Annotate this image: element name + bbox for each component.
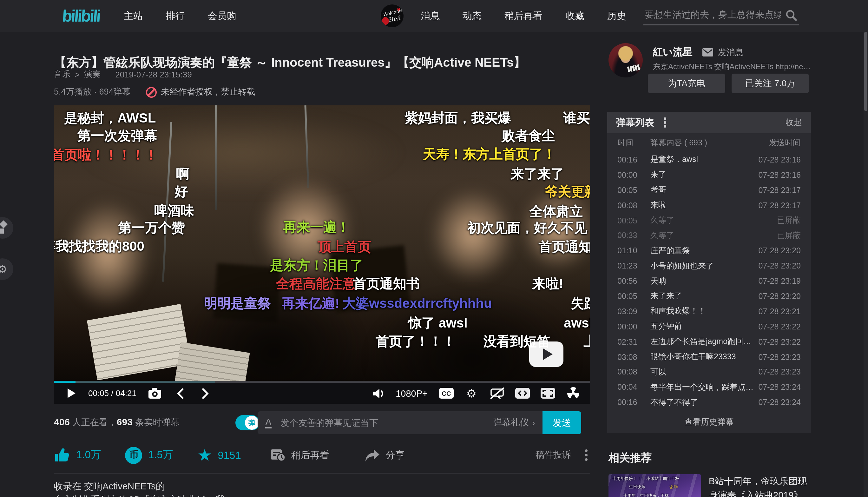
danmaku-time: 00:56 [617, 277, 650, 286]
danmaku-comment: 惊了 awsl [408, 316, 468, 329]
related-video-card[interactable]: 十周年快乐！！！ 小破站十周年干杯生日快乐谢罪十周年，生日快乐，干杯十周年快乐干… [608, 474, 811, 497]
related-video-title[interactable]: B站十周年，帝玖乐团现身演奏《入站曲2019》 [709, 474, 811, 497]
danmaku-comment: 败者食尘 [502, 129, 555, 142]
more-options-icon[interactable] [582, 447, 590, 463]
panel-menu-icon[interactable] [662, 116, 668, 129]
followed-button[interactable]: 已关注 7.0万 [732, 74, 809, 93]
danmaku-etiquette-link[interactable]: 弹幕礼仪› [493, 417, 535, 428]
nav-item[interactable]: 收藏 [565, 10, 584, 22]
snapshot-camera-icon[interactable] [147, 385, 163, 401]
bilibili-logo[interactable]: bilibili [61, 6, 101, 26]
danmaku-column-headers: 时间 弹幕内容 ( 693 ) 发送时间 [607, 133, 811, 152]
nav-item[interactable]: 消息 [421, 10, 440, 22]
danmaku-comment: 首页了！！！ [376, 335, 455, 348]
video-action-row: 1.0万 币 1.5万 ★ 9151 稍后再看 分享 稿件投诉 [54, 444, 590, 467]
danmaku-row[interactable]: 01:23 小号的姐姐也来了 07-28 23:20 [607, 258, 811, 273]
nav-item[interactable]: 会员购 [207, 10, 236, 22]
danmaku-row[interactable]: 00:05 来了来了 07-28 23:20 [607, 289, 811, 304]
watch-later-button[interactable]: 稍后再看 [270, 448, 329, 462]
play-button[interactable] [63, 385, 79, 401]
user-avatar[interactable]: Welcome ♥ Hell [381, 4, 404, 27]
danmaku-input[interactable] [279, 417, 493, 428]
nav-item[interactable]: 主站 [124, 10, 143, 22]
uploader-name[interactable]: 紅い流星 [653, 46, 693, 59]
danmaku-row[interactable]: 00:00 五分钟前 07-28 23:22 [607, 319, 811, 335]
charge-button[interactable]: 为TA充电 [648, 74, 725, 93]
navbar-right: Welcome ♥ Hell 消息动态稍后再看收藏历史 [381, 4, 799, 27]
nav-item[interactable]: 稍后再看 [504, 10, 542, 22]
danmaku-time: 00:00 [617, 322, 650, 331]
floating-widget-button[interactable] [0, 217, 13, 239]
danmaku-row[interactable]: 03:09 和声我吹爆！！ 07-28 23:21 [607, 304, 811, 319]
danmaku-time: 01:10 [617, 246, 650, 255]
danmaku-comment: 是东方！泪目了 [270, 259, 363, 272]
danmaku-row[interactable]: 00:16 不得了不得了 07-28 23:24 [607, 395, 811, 410]
font-style-icon[interactable]: A [265, 417, 272, 429]
thumb-danmaku-text: 谢罪 [670, 485, 678, 490]
settings-gear-icon[interactable]: ⚙ [463, 385, 480, 401]
page-title: 【东方】管絃乐队现场演奏的『童祭 ～ Innocent Treasures』【交… [54, 54, 625, 71]
next-button[interactable] [197, 385, 214, 401]
volume-icon[interactable] [370, 385, 387, 401]
coin-button[interactable]: 币 1.5万 [125, 446, 173, 464]
related-thumbnail[interactable]: 十周年快乐！！！ 小破站十周年干杯生日快乐谢罪十周年，生日快乐，干杯十周年快乐干… [608, 474, 701, 497]
danmaku-row[interactable]: 00:00 来了 07-28 23:16 [607, 168, 811, 183]
scrollbar-thumb[interactable] [864, 32, 867, 111]
video-frame[interactable]: 是秘封，AWSL紫妈封面，我买爆谁买第一次发弹幕败者食尘首页啦！！！！！天寿！东… [54, 105, 590, 381]
danmaku-comment: 第一次发弹幕 [77, 129, 157, 142]
coin-count: 1.5万 [148, 448, 173, 462]
floating-settings-button[interactable]: ⚙ [0, 258, 13, 280]
danmaku-sent-time: 07-28 23:20 [758, 261, 801, 270]
danmaku-sent-time: 07-28 23:23 [758, 368, 801, 377]
search-icon[interactable] [785, 9, 798, 21]
subtitles-cc-icon[interactable]: CC [438, 385, 454, 401]
danmaku-row[interactable]: 00:16 是童祭，awsl 07-28 23:16 [607, 152, 811, 168]
danmaku-text: 每半年出一个交响，踩着点… [650, 382, 753, 393]
danmaku-row[interactable]: 00:08 来啦 07-28 23:17 [607, 198, 811, 213]
fullscreen-icon[interactable] [539, 385, 556, 401]
send-message-link[interactable]: 发消息 [703, 47, 744, 58]
view-history-danmaku-link[interactable]: 查看历史弹幕 [607, 411, 811, 433]
danmaku-row[interactable]: 02:31 左边那个长笛是jagmo跑回… 07-28 23:22 [607, 334, 811, 350]
like-count: 1.0万 [76, 448, 101, 462]
danmaku-sent-time: 已屏蔽 [777, 215, 801, 226]
danmaku-time: 00:16 [617, 398, 650, 407]
nav-item[interactable]: 排行 [165, 10, 185, 22]
search-input[interactable] [643, 7, 799, 25]
danmaku-rows: 00:16 是童祭，awsl 07-28 23:16 00:00 来了 07-2… [607, 152, 811, 411]
widget-icon [0, 228, 4, 233]
danmaku-row[interactable]: 00:33 久等了 已屏蔽 [607, 228, 811, 243]
danmaku-row[interactable]: 00:04 每半年出一个交响，踩着点… 07-28 23:24 [607, 380, 811, 395]
danmaku-row[interactable]: 00:05 久等了 已屏蔽 [607, 213, 811, 228]
danmaku-text: 天呐 [650, 276, 753, 287]
widescreen-icon[interactable] [514, 385, 531, 401]
danmaku-time: 03:08 [617, 353, 650, 361]
play-overlay-button[interactable] [529, 341, 563, 367]
danmaku-comment: 明明是童祭 [204, 296, 271, 310]
danmaku-time: 00:05 [617, 186, 650, 195]
danmaku-text: 考哥 [650, 185, 753, 196]
radiation-mode-icon[interactable] [565, 385, 581, 401]
danmaku-sent-time: 07-28 23:20 [758, 292, 801, 301]
favorite-button[interactable]: ★ 9151 [197, 447, 241, 463]
quality-selector[interactable]: 1080P+ [395, 388, 428, 398]
danmaku-time: 00:04 [617, 383, 650, 392]
danmaku-off-icon[interactable] [489, 385, 505, 401]
coin-icon: 币 [125, 446, 142, 464]
danmaku-row[interactable]: 00:05 考哥 07-28 23:17 [607, 183, 811, 198]
danmaku-text: 不得了不得了 [650, 397, 753, 408]
danmaku-row[interactable]: 00:56 天呐 07-28 23:19 [607, 273, 811, 289]
report-link[interactable]: 稿件投诉 [536, 450, 571, 461]
danmaku-row[interactable]: 00:08 可以 07-28 23:23 [607, 365, 811, 380]
collapse-link[interactable]: 收起 [785, 117, 802, 128]
send-danmaku-button[interactable]: 发送 [542, 411, 581, 434]
danmaku-toggle[interactable]: 弹 [235, 415, 260, 430]
nav-item[interactable]: 动态 [463, 10, 481, 22]
danmaku-row[interactable]: 03:08 眼镜小哥你在干嘛23333 07-28 23:23 [607, 350, 811, 365]
share-button[interactable]: 分享 [365, 449, 405, 462]
prev-button[interactable] [172, 385, 188, 401]
like-button[interactable]: 1.0万 [54, 448, 101, 463]
danmaku-sent-time: 已屏蔽 [777, 230, 801, 241]
nav-item[interactable]: 历史 [607, 10, 626, 22]
danmaku-row[interactable]: 01:10 庄严的童祭 07-28 23:20 [607, 243, 811, 259]
